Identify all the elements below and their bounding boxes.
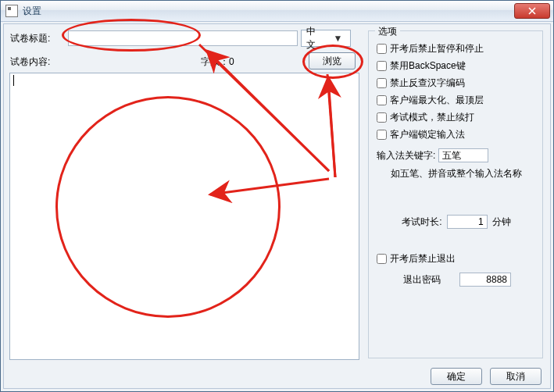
window-title: 设置 <box>23 5 514 18</box>
chevron-down-icon: ▼ <box>326 33 350 44</box>
ok-button[interactable]: 确定 <box>431 368 482 385</box>
duration-input[interactable] <box>447 215 488 229</box>
options-fieldset: 选项 开考后禁止暂停和停止 禁用BackSpace键 禁止反查汉字编码 客户端最… <box>368 30 543 358</box>
language-combo[interactable]: 中文 ▼ <box>301 30 351 47</box>
ime-row: 输入法关键字: <box>377 148 536 162</box>
settings-window: 设置 试卷标题: 中文 ▼ 试卷内容: 字数：0 浏览 选项 开考后禁止暂停和停 <box>0 0 554 392</box>
cb-pause-box[interactable] <box>377 44 387 54</box>
ime-label: 输入法关键字: <box>377 149 435 162</box>
language-value: 中文 <box>302 25 326 52</box>
title-input[interactable] <box>68 30 298 46</box>
browse-button[interactable]: 浏览 <box>309 52 356 69</box>
cancel-button[interactable]: 取消 <box>490 368 541 385</box>
duration-row: 考试时长: 分钟 <box>377 215 536 229</box>
cb-backspace[interactable]: 禁用BackSpace键 <box>377 58 536 73</box>
charcount-label: 字数：0 <box>201 55 234 69</box>
cb-exit-box[interactable] <box>377 254 387 264</box>
app-icon <box>5 5 18 17</box>
cb-backspace-box[interactable] <box>377 61 387 71</box>
titlebar: 设置 <box>1 1 553 22</box>
exit-pwd-row: 退出密码 <box>377 273 536 287</box>
exit-pwd-label: 退出密码 <box>403 273 441 287</box>
window-body: 试卷标题: 中文 ▼ 试卷内容: 字数：0 浏览 选项 开考后禁止暂停和停止 禁… <box>1 21 553 391</box>
ime-hint: 如五笔、拼音或整个输入法名称 <box>391 167 536 180</box>
duration-unit: 分钟 <box>492 216 511 229</box>
cb-exam-mode[interactable]: 考试模式，禁止续打 <box>377 109 536 125</box>
cb-exit[interactable]: 开考后禁止退出 <box>377 251 536 266</box>
exit-pwd-input[interactable] <box>459 273 511 287</box>
title-label: 试卷标题: <box>10 32 50 45</box>
options-legend: 选项 <box>375 25 400 38</box>
cb-pause[interactable]: 开考后禁止暂停和停止 <box>377 41 536 56</box>
close-button[interactable] <box>514 3 550 19</box>
close-icon <box>528 7 536 15</box>
cb-maximize[interactable]: 客户端最大化、最顶层 <box>377 92 536 108</box>
cb-lock-ime-box[interactable] <box>377 130 387 140</box>
cb-fancha-box[interactable] <box>377 78 387 88</box>
ime-input[interactable] <box>438 148 488 162</box>
cb-exam-mode-box[interactable] <box>377 112 387 123</box>
content-textarea[interactable] <box>9 73 359 360</box>
cb-fancha[interactable]: 禁止反查汉字编码 <box>377 75 536 91</box>
content-label: 试卷内容: <box>10 55 50 69</box>
cb-maximize-box[interactable] <box>377 95 387 105</box>
cb-lock-ime[interactable]: 客户端锁定输入法 <box>377 127 536 142</box>
duration-label: 考试时长: <box>402 216 441 229</box>
